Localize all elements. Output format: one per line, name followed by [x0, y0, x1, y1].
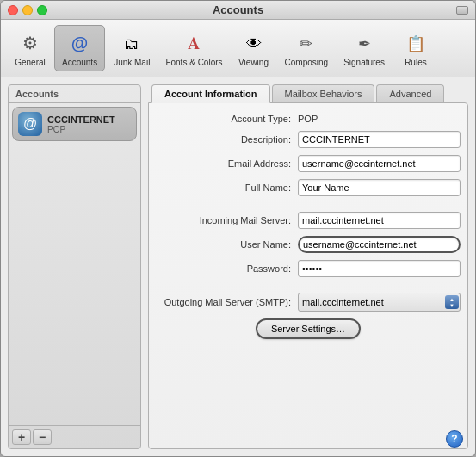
tab-account-information[interactable]: Account Information: [151, 84, 270, 103]
rules-icon: [402, 29, 430, 57]
email-address-label: Email Address:: [156, 158, 298, 169]
sidebar-account-item[interactable]: @ CCCINTERNET POP: [12, 107, 137, 141]
full-name-row: Full Name:: [156, 179, 461, 196]
toolbar-viewing[interactable]: Viewing: [232, 26, 276, 71]
titlebar: Accounts: [1, 1, 475, 20]
toolbar-signatures[interactable]: Signatures: [337, 26, 392, 71]
smtp-wrapper: mail.cccinternet.net: [298, 293, 461, 312]
incoming-server-row: Incoming Mail Server:: [156, 212, 461, 229]
accounts-icon: [66, 29, 94, 57]
sidebar: Accounts @ CCCINTERNET POP + −: [8, 84, 141, 449]
form-panel: Account Type: POP Description: Email Add…: [148, 102, 468, 449]
add-account-button[interactable]: +: [12, 429, 31, 445]
account-type-field-label: Account Type:: [156, 114, 298, 124]
toolbar-general[interactable]: General: [8, 26, 53, 71]
account-icon: @: [18, 112, 42, 136]
incoming-server-label: Incoming Mail Server:: [156, 215, 298, 225]
sidebar-footer: + −: [9, 425, 140, 448]
help-button[interactable]: ?: [446, 430, 463, 448]
description-row: Description:: [156, 131, 461, 148]
incoming-server-input[interactable]: [298, 212, 461, 229]
email-address-row: Email Address:: [156, 155, 461, 172]
signatures-icon: [350, 29, 378, 57]
username-input[interactable]: [298, 236, 461, 253]
toolbar-general-label: General: [15, 58, 46, 67]
account-info: CCCINTERNET POP: [47, 114, 115, 134]
password-label: Password:: [156, 263, 298, 274]
toolbar-junkmail-label: Junk Mail: [114, 58, 150, 67]
toolbar-junkmail[interactable]: Junk Mail: [107, 26, 157, 71]
zoom-control[interactable]: [456, 6, 468, 15]
username-label: User Name:: [156, 239, 298, 250]
traffic-lights: [8, 5, 47, 15]
toolbar-composing[interactable]: Composing: [278, 26, 336, 71]
username-row: User Name:: [156, 236, 461, 253]
toolbar-fonts-label: Fonts & Colors: [165, 58, 222, 67]
right-panel: Account Information Mailbox Behaviors Ad…: [148, 84, 468, 449]
main-content: Accounts @ CCCINTERNET POP + − A: [1, 77, 475, 456]
account-name: CCCINTERNET: [47, 114, 115, 125]
toolbar-accounts[interactable]: Accounts: [54, 25, 105, 71]
close-button[interactable]: [8, 5, 18, 15]
minimize-button[interactable]: [22, 5, 33, 15]
composing-icon: [293, 29, 320, 57]
account-type-label: POP: [47, 125, 115, 134]
general-icon: [16, 29, 44, 57]
fonts-icon: [180, 29, 207, 57]
password-input[interactable]: [298, 260, 461, 277]
sidebar-list: @ CCCINTERNET POP: [9, 103, 140, 425]
tab-advanced[interactable]: Advanced: [376, 84, 444, 103]
server-settings-button[interactable]: Server Settings…: [256, 318, 361, 339]
toolbar-composing-label: Composing: [285, 58, 329, 67]
tabs: Account Information Mailbox Behaviors Ad…: [148, 84, 468, 103]
remove-account-button[interactable]: −: [33, 429, 52, 445]
description-label: Description:: [156, 134, 298, 145]
smtp-row: Outgoing Mail Server (SMTP): mail.cccint…: [156, 293, 461, 312]
password-row: Password:: [156, 260, 461, 277]
smtp-label: Outgoing Mail Server (SMTP):: [156, 297, 298, 307]
full-name-label: Full Name:: [156, 182, 298, 193]
email-address-input[interactable]: [298, 155, 461, 172]
window-title: Accounts: [213, 3, 263, 16]
sidebar-header: Accounts: [9, 85, 140, 103]
accounts-window: Accounts General Accounts Junk Mail Font…: [0, 0, 476, 457]
maximize-button[interactable]: [37, 5, 47, 15]
viewing-icon: [240, 29, 268, 57]
tab-mailbox-behaviors[interactable]: Mailbox Behaviors: [272, 84, 375, 103]
toolbar: General Accounts Junk Mail Fonts & Color…: [1, 20, 475, 77]
toolbar-rules-label: Rules: [405, 58, 427, 67]
description-input[interactable]: [298, 131, 461, 148]
toolbar-viewing-label: Viewing: [238, 58, 269, 67]
toolbar-accounts-label: Accounts: [62, 58, 97, 67]
junkmail-icon: [118, 29, 145, 57]
full-name-input[interactable]: [298, 179, 461, 196]
smtp-select[interactable]: mail.cccinternet.net: [298, 293, 461, 312]
toolbar-signatures-label: Signatures: [343, 58, 385, 67]
toolbar-rules[interactable]: Rules: [393, 26, 438, 71]
account-type-value: POP: [298, 114, 318, 124]
toolbar-fonts[interactable]: Fonts & Colors: [158, 26, 229, 71]
account-type-row: Account Type: POP: [156, 114, 461, 124]
